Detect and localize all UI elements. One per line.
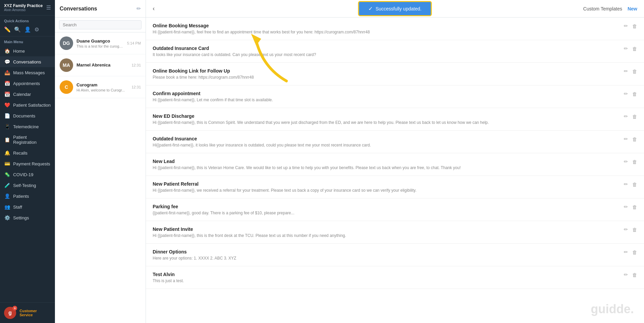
list-item: New ED Discharge Hi {{patient-first-name… xyxy=(146,108,644,131)
delete-button[interactable]: 🗑 xyxy=(632,23,637,29)
sidebar-item-patient-satisfaction[interactable]: ❤️ Patient Satisfaction xyxy=(0,100,55,110)
sidebar-item-staff[interactable]: 👥 Staff xyxy=(0,201,55,212)
sidebar-item-recalls[interactable]: 🔔 Recalls xyxy=(0,147,55,158)
delete-button[interactable]: 🗑 xyxy=(632,159,637,165)
list-item: Online Booking Link for Follow Up Please… xyxy=(146,63,644,85)
template-actions: ✏ 🗑 xyxy=(624,204,637,210)
conv-time: 12:31 xyxy=(131,63,141,67)
template-content: New Patient Referral Hi {{patient-first-… xyxy=(153,181,617,193)
sidebar-item-self-testing[interactable]: 🧪 Self-Testing xyxy=(0,180,55,191)
edit-button[interactable]: ✏ xyxy=(624,113,628,119)
template-actions: ✏ 🗑 xyxy=(624,46,637,52)
delete-button[interactable]: 🗑 xyxy=(632,249,637,255)
conv-name: Duane Guangco xyxy=(76,38,124,44)
conversations-search-bar xyxy=(55,18,146,32)
delete-button[interactable]: 🗑 xyxy=(632,227,637,233)
delete-button[interactable]: 🗑 xyxy=(632,136,637,142)
edit-button[interactable]: ✏ xyxy=(624,23,628,29)
edit-button[interactable]: ✏ xyxy=(624,159,628,165)
template-title: Outdated Insurance xyxy=(153,136,617,141)
template-title: Dinner Options xyxy=(153,249,617,254)
template-body: Hi {{patient-first-name}}, feel free to … xyxy=(153,30,591,34)
calendar-icon: 📆 xyxy=(4,91,10,97)
back-button[interactable]: ‹ xyxy=(153,5,155,12)
edit-button[interactable]: ✏ xyxy=(624,68,628,74)
edit-button[interactable]: ✏ xyxy=(624,272,628,278)
documents-icon: 📄 xyxy=(4,113,10,118)
sidebar-item-telemedicine[interactable]: 📱 Telemedicine xyxy=(0,121,55,132)
sidebar-item-patients[interactable]: 👤 Patients xyxy=(0,191,55,201)
template-list: Online Booking Message Hi {{patient-firs… xyxy=(146,18,644,323)
new-button[interactable]: New xyxy=(627,6,637,11)
sidebar-footer: g 9 Customer Service xyxy=(0,302,55,323)
sidebar-item-appointments[interactable]: 📅 Appointments xyxy=(0,78,55,89)
template-content: Dinner Options Here are your options: 1.… xyxy=(153,249,617,261)
search-input[interactable] xyxy=(59,20,142,29)
search-icon[interactable]: 🔍 xyxy=(14,26,21,33)
conv-name: Curogram xyxy=(76,82,128,87)
edit-button[interactable]: ✏ xyxy=(624,91,628,97)
person-icon[interactable]: 👤 xyxy=(24,26,31,33)
list-item[interactable]: DG Duane Guangco This is a test for the … xyxy=(55,32,146,54)
sidebar-label-mass-messages: Mass Messages xyxy=(13,70,45,75)
conv-name: Marnel Abrenica xyxy=(76,62,128,68)
template-title: Online Booking Message xyxy=(153,23,617,28)
appointments-icon: 📅 xyxy=(4,81,10,86)
filter-icon[interactable]: ⚙ xyxy=(34,26,39,33)
list-item: Outdated Insurance Hi{{patient-first-nam… xyxy=(146,131,644,153)
sidebar-item-mass-messages[interactable]: 📤 Mass Messages xyxy=(0,67,55,78)
sidebar-label-home: Home xyxy=(13,49,25,54)
edit-button[interactable]: ✏ xyxy=(624,226,628,233)
edit-button[interactable]: ✏ xyxy=(624,204,628,210)
template-title: New Patient Invite xyxy=(153,226,617,232)
sidebar-item-calendar[interactable]: 📆 Calendar xyxy=(0,89,55,100)
template-body: Hi {{patient-first-name}}, we received a… xyxy=(153,188,591,193)
sidebar-item-covid[interactable]: 🦠 COVID-19 xyxy=(0,169,55,180)
delete-button[interactable]: 🗑 xyxy=(632,272,637,278)
sidebar-item-payment-requests[interactable]: 💳 Payment Requests xyxy=(0,158,55,169)
list-item: New Patient Referral Hi {{patient-first-… xyxy=(146,176,644,198)
template-title: New Patient Referral xyxy=(153,181,617,187)
custom-templates-link[interactable]: Custom Templates xyxy=(583,6,622,11)
sidebar-label-conversations: Conversations xyxy=(13,59,41,64)
template-title: Parking fee xyxy=(153,204,617,209)
sidebar-header: XYZ Family Practice Alvin Amoroso ☰ xyxy=(0,0,55,16)
template-actions: ✏ 🗑 xyxy=(624,249,637,255)
self-testing-icon: 🧪 xyxy=(4,183,10,188)
delete-button[interactable]: 🗑 xyxy=(632,204,637,210)
delete-button[interactable]: 🗑 xyxy=(632,69,637,74)
delete-button[interactable]: 🗑 xyxy=(632,182,637,187)
edit-button[interactable]: ✏ xyxy=(624,249,628,255)
sidebar-label-telemedicine: Telemedicine xyxy=(13,124,39,129)
delete-button[interactable]: 🗑 xyxy=(632,46,637,52)
conv-time: 12:31 xyxy=(131,85,141,89)
template-content: Online Booking Message Hi {{patient-firs… xyxy=(153,23,617,34)
compose-icon[interactable]: ✏️ xyxy=(4,26,11,33)
list-item[interactable]: MA Marnel Abrenica 12:31 xyxy=(55,54,146,76)
edit-button[interactable]: ✏ xyxy=(624,181,628,187)
delete-button[interactable]: 🗑 xyxy=(632,91,637,97)
sidebar-item-documents[interactable]: 📄 Documents xyxy=(0,110,55,121)
template-actions: ✏ 🗑 xyxy=(624,113,637,119)
hamburger-icon[interactable]: ☰ xyxy=(46,4,51,11)
sidebar-item-conversations[interactable]: 💬 Conversations xyxy=(0,56,55,67)
delete-button[interactable]: 🗑 xyxy=(632,114,637,119)
sidebar-item-patient-registration[interactable]: 📋 Patient Registration xyxy=(0,132,55,147)
avatar: DG xyxy=(60,36,73,50)
list-item: Parking fee {{patient-first-name}}, good… xyxy=(146,198,644,221)
template-actions: ✏ 🗑 xyxy=(624,91,637,97)
conv-preview: Hi Alvin, welcome to Curogr... xyxy=(76,88,128,92)
sidebar-item-settings[interactable]: ⚙️ Settings xyxy=(0,212,55,223)
template-title: New Lead xyxy=(153,159,617,164)
list-item[interactable]: C Curogram Hi Alvin, welcome to Curogr..… xyxy=(55,76,146,98)
org-info: XYZ Family Practice Alvin Amoroso xyxy=(4,3,43,12)
user-avatar[interactable]: g 9 xyxy=(4,307,16,319)
template-content: Confirm appointment Hi {{patient-first-n… xyxy=(153,91,617,102)
edit-button[interactable]: ✏ xyxy=(624,46,628,52)
template-actions: ✏ 🗑 xyxy=(624,181,637,187)
new-conversation-icon[interactable]: ✏ xyxy=(136,5,141,12)
sidebar-item-home[interactable]: 🏠 Home xyxy=(0,46,55,56)
quick-actions-label: Quick Actions xyxy=(0,16,55,25)
edit-button[interactable]: ✏ xyxy=(624,136,628,142)
list-item: New Lead Hi {{patient-first-name}}, this… xyxy=(146,153,644,176)
